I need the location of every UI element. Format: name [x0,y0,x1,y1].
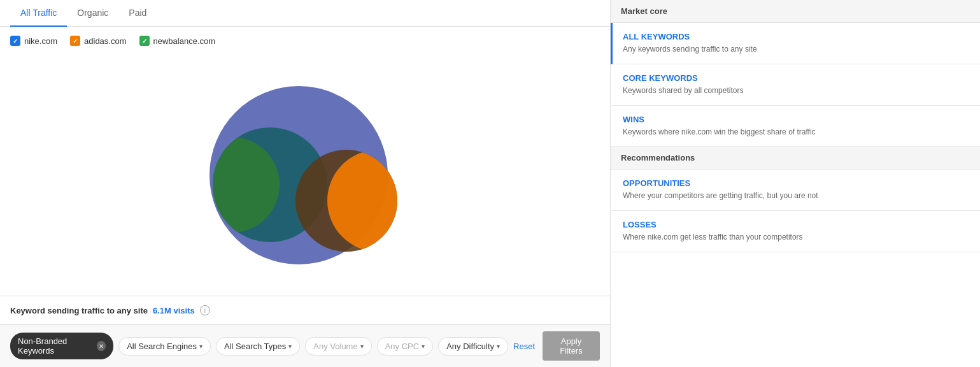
all-keywords-desc: Any keywords sending traffic to any site [623,44,970,55]
core-keywords-title: CORE KEYWORDS [623,73,970,83]
difficulty-dropdown[interactable]: Any Difficulty ▾ [438,337,508,356]
apply-filters-button[interactable]: Apply Filters [543,331,600,361]
domains-bar: ✓ nike.com ✓ adidas.com ✓ newbalance.com [0,27,610,55]
domain-newbalance-label: newbalance.com [153,36,216,46]
menu-item-losses[interactable]: LOSSES Where nike.com get less traffic t… [611,211,980,252]
search-engines-dropdown[interactable]: All Search Engines ▾ [118,337,211,356]
opportunities-title: OPPORTUNITIES [623,178,970,188]
tab-all-traffic[interactable]: All Traffic [10,0,67,27]
main-layout: All Traffic Organic Paid ✓ nike.com ✓ ad… [0,0,980,367]
branded-keywords-label: Non-Branded Keywords [18,336,93,356]
tabs-bar: All Traffic Organic Paid [0,0,610,27]
menu-item-opportunities[interactable]: OPPORTUNITIES Where your competitors are… [611,169,980,211]
domain-nike-label: nike.com [24,36,57,46]
recommendations-header: Recommendations [611,147,980,169]
chevron-down-icon-5: ▾ [497,343,500,350]
chevron-down-icon-2: ▾ [288,343,292,350]
filter-actions: Reset Apply Filters [513,331,600,361]
venn-circle-adidas-outer [327,150,429,252]
search-engines-label: All Search Engines [127,342,197,351]
wins-title: WINS [623,115,970,124]
tab-organic[interactable]: Organic [67,0,118,27]
checkmark-nike: ✓ [13,38,18,45]
volume-label: Any Volume [313,342,357,351]
difficulty-label: Any Difficulty [446,342,494,351]
chevron-down-icon-3: ▾ [360,343,364,350]
checkbox-newbalance[interactable]: ✓ [139,36,150,46]
menu-item-wins[interactable]: WINS Keywords where nike.com win the big… [611,106,980,147]
keyword-bar-visits: 6.1M visits [153,306,195,315]
keyword-bar: Keyword sending traffic to any site 6.1M… [0,296,610,324]
info-icon[interactable]: i [200,305,210,315]
opportunities-desc: Where your competitors are getting traff… [623,191,970,201]
reset-button[interactable]: Reset [513,342,535,351]
checkmark-newbalance: ✓ [142,38,147,45]
search-types-label: All Search Types [224,342,286,351]
keyword-bar-label: Keyword sending traffic to any site [10,306,148,315]
domain-adidas[interactable]: ✓ adidas.com [70,36,126,46]
losses-desc: Where nike.com get less traffic than you… [623,232,970,243]
all-keywords-title: ALL KEYWORDS [623,32,970,41]
cpc-label: Any CPC [385,342,419,351]
tab-paid[interactable]: Paid [118,0,157,27]
menu-item-all-keywords[interactable]: ALL KEYWORDS Any keywords sending traffi… [611,23,980,64]
right-panel: Market core ALL KEYWORDS Any keywords se… [611,0,980,367]
menu-item-core-keywords[interactable]: CORE KEYWORDS Keywords shared by all com… [611,64,980,106]
chevron-down-icon: ▾ [199,343,202,350]
venn-diagram-area [0,55,610,296]
domain-nike[interactable]: ✓ nike.com [10,36,57,46]
venn-diagram [194,73,416,277]
filter-bar: Non-Branded Keywords ✕ All Search Engine… [0,324,610,367]
branded-keywords-tag[interactable]: Non-Branded Keywords ✕ [10,333,113,359]
market-core-header: Market core [611,0,980,23]
chevron-down-icon-4: ▾ [422,343,425,350]
checkmark-adidas: ✓ [73,38,78,45]
venn-circle-newbalance-outer [184,137,280,233]
checkbox-adidas[interactable]: ✓ [70,36,80,46]
remove-branded-tag[interactable]: ✕ [97,341,106,351]
domain-adidas-label: adidas.com [84,36,126,46]
volume-dropdown[interactable]: Any Volume ▾ [305,337,371,356]
cpc-dropdown[interactable]: Any CPC ▾ [377,337,433,356]
search-types-dropdown[interactable]: All Search Types ▾ [216,337,300,356]
checkbox-nike[interactable]: ✓ [10,36,20,46]
domain-newbalance[interactable]: ✓ newbalance.com [139,36,216,46]
wins-desc: Keywords where nike.com win the biggest … [623,127,970,138]
core-keywords-desc: Keywords shared by all competitors [623,85,970,96]
losses-title: LOSSES [623,220,970,229]
left-panel: All Traffic Organic Paid ✓ nike.com ✓ ad… [0,0,611,367]
